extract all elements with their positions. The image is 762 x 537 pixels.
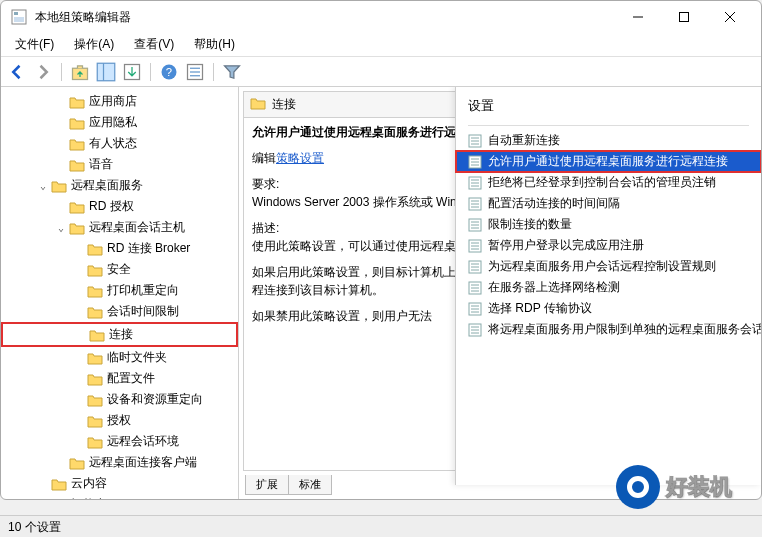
menu-help[interactable]: 帮助(H) [186, 34, 243, 55]
tree-view-button[interactable] [96, 62, 116, 82]
properties-button[interactable] [185, 62, 205, 82]
tree-sidebar[interactable]: 应用商店应用隐私有人状态语音⌄远程桌面服务RD 授权⌄远程桌面会话主机RD 连接… [1, 87, 239, 499]
close-button[interactable] [707, 2, 753, 32]
chevron-down-icon[interactable]: ⌄ [37, 180, 49, 191]
maximize-button[interactable] [661, 2, 707, 32]
setting-row[interactable]: 为远程桌面服务用户会话远程控制设置规则 [456, 256, 761, 277]
tree-item[interactable]: 临时文件夹 [1, 347, 238, 368]
folder-icon [87, 263, 103, 277]
minimize-button[interactable] [615, 2, 661, 32]
setting-row[interactable]: 暂停用户登录以完成应用注册 [456, 235, 761, 256]
help-button[interactable]: ? [159, 62, 179, 82]
status-text: 10 个设置 [8, 520, 61, 534]
tree-item[interactable]: 安全 [1, 259, 238, 280]
menubar: 文件(F) 操作(A) 查看(V) 帮助(H) [1, 33, 761, 57]
svg-rect-8 [97, 63, 115, 81]
folder-icon [89, 328, 105, 342]
back-button[interactable] [7, 62, 27, 82]
tree-item[interactable]: 打印机重定向 [1, 280, 238, 301]
setting-label: 配置活动连接的时间间隔 [488, 195, 620, 212]
folder-icon [69, 158, 85, 172]
setting-icon [468, 134, 482, 148]
toolbar: ? [1, 57, 761, 87]
menu-action[interactable]: 操作(A) [66, 34, 122, 55]
tree-item-label: 配置文件 [107, 370, 155, 387]
setting-row[interactable]: 拒绝将已经登录到控制台会话的管理员注销 [456, 172, 761, 193]
folder-icon [69, 116, 85, 130]
tree-item-label: 应用商店 [89, 93, 137, 110]
tree-item[interactable]: 配置文件 [1, 368, 238, 389]
setting-label: 暂停用户登录以完成应用注册 [488, 237, 644, 254]
setting-row[interactable]: 自动重新连接 [456, 130, 761, 151]
menu-view[interactable]: 查看(V) [126, 34, 182, 55]
svg-text:?: ? [166, 65, 172, 77]
watermark-text: 好装机 [666, 472, 732, 502]
menu-file[interactable]: 文件(F) [7, 34, 62, 55]
tree-item-label: 会话时间限制 [107, 303, 179, 320]
tab-standard[interactable]: 标准 [288, 475, 332, 495]
svg-rect-1 [14, 12, 18, 15]
setting-icon [468, 302, 482, 316]
folder-icon [69, 221, 85, 235]
tree-item-label: 远程会话环境 [107, 433, 179, 450]
tree-item[interactable]: 有人状态 [1, 133, 238, 154]
filter-button[interactable] [222, 62, 242, 82]
folder-icon [69, 95, 85, 109]
tree-item[interactable]: 语音 [1, 154, 238, 175]
tree-item[interactable]: 云内容 [1, 473, 238, 494]
settings-panel: 设置 自动重新连接允许用户通过使用远程桌面服务进行远程连接拒绝将已经登录到控制台… [455, 87, 761, 485]
tree-item-label: 安全 [107, 261, 131, 278]
tree-item[interactable]: ⌄远程桌面服务 [1, 175, 238, 196]
tree-item-label: 远程桌面服务 [71, 177, 143, 194]
tree-item-label: 语音 [89, 156, 113, 173]
setting-row[interactable]: 限制连接的数量 [456, 214, 761, 235]
tree-item-label: 远程桌面连接客户端 [89, 454, 197, 471]
folder-icon [51, 477, 67, 491]
tree-item[interactable]: ⌄远程桌面会话主机 [1, 217, 238, 238]
setting-row[interactable]: 允许用户通过使用远程桌面服务进行远程连接 [456, 151, 761, 172]
tree-item[interactable]: 应用商店 [1, 91, 238, 112]
policy-settings-link[interactable]: 策略设置 [276, 151, 324, 165]
watermark-logo: 好装机 [616, 463, 756, 511]
tree-item[interactable]: RD 授权 [1, 196, 238, 217]
setting-row[interactable]: 在服务器上选择网络检测 [456, 277, 761, 298]
folder-icon [87, 305, 103, 319]
setting-label: 允许用户通过使用远程桌面服务进行远程连接 [488, 153, 728, 170]
tree-item[interactable]: 连接 [1, 322, 238, 347]
setting-row[interactable]: 将远程桌面服务用户限制到单独的远程桌面服务会话 [456, 319, 761, 340]
tree-item[interactable]: 远程桌面连接客户端 [1, 452, 238, 473]
setting-icon [468, 323, 482, 337]
setting-label: 自动重新连接 [488, 132, 560, 149]
forward-button[interactable] [33, 62, 53, 82]
tree-item[interactable]: ›智能卡 [1, 494, 238, 499]
folder-icon [87, 351, 103, 365]
chevron-down-icon[interactable]: ⌄ [55, 222, 67, 233]
tree-item-label: 有人状态 [89, 135, 137, 152]
tree-item-label: 云内容 [71, 475, 107, 492]
folder-icon [51, 179, 67, 193]
tree-item-label: 应用隐私 [89, 114, 137, 131]
tree-item[interactable]: 会话时间限制 [1, 301, 238, 322]
setting-icon [468, 218, 482, 232]
window-title: 本地组策略编辑器 [35, 9, 615, 26]
folder-icon [87, 393, 103, 407]
setting-row[interactable]: 选择 RDP 传输协议 [456, 298, 761, 319]
svg-rect-2 [14, 17, 24, 22]
setting-row[interactable]: 配置活动连接的时间间隔 [456, 193, 761, 214]
tree-item-label: 打印机重定向 [107, 282, 179, 299]
tab-extended[interactable]: 扩展 [245, 475, 288, 495]
tree-item-label: 远程桌面会话主机 [89, 219, 185, 236]
content-pane: 连接 允许用户通过使用远程桌面服务进行远程连接 编辑策略设置 要求: Windo… [239, 87, 761, 499]
tree-item[interactable]: 远程会话环境 [1, 431, 238, 452]
export-button[interactable] [122, 62, 142, 82]
tree-item[interactable]: 设备和资源重定向 [1, 389, 238, 410]
tree-item[interactable]: 应用隐私 [1, 112, 238, 133]
folder-icon [69, 456, 85, 470]
setting-label: 将远程桌面服务用户限制到单独的远程桌面服务会话 [488, 321, 761, 338]
tree-item-label: 智能卡 [71, 496, 107, 499]
up-button[interactable] [70, 62, 90, 82]
setting-icon [468, 155, 482, 169]
tree-item[interactable]: RD 连接 Broker [1, 238, 238, 259]
app-icon [11, 9, 27, 25]
tree-item[interactable]: 授权 [1, 410, 238, 431]
